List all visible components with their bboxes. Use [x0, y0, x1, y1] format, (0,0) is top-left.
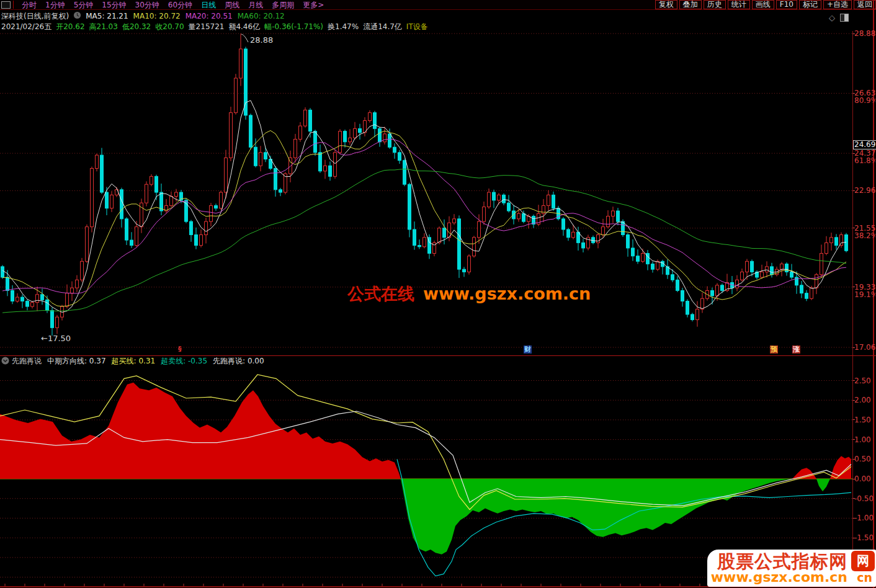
candle-body — [369, 113, 372, 121]
candle-body — [438, 228, 441, 243]
indicator-value: 超卖线: -0.35 — [161, 357, 207, 365]
info-field: 低20.32 — [122, 22, 151, 32]
candle-body — [373, 113, 377, 129]
candle-body — [145, 184, 148, 203]
toolbar-button-F10[interactable]: F10 — [776, 0, 797, 9]
main-chart-pane[interactable]: 28.88←17.50 — [0, 31, 853, 355]
candle-body — [696, 309, 699, 319]
candle-body — [651, 264, 655, 270]
split-window-icon[interactable] — [840, 14, 849, 22]
indicator-tick-label: 1.00 — [854, 436, 875, 443]
candle-body — [135, 227, 138, 246]
toolbar-button-+自选[interactable]: +自选 — [823, 0, 852, 9]
candle-body — [825, 243, 828, 253]
candle-body — [562, 219, 565, 229]
toolbar-button-历史[interactable]: 历史 — [704, 0, 726, 9]
candle-body — [21, 297, 24, 301]
toolbar-button-画线[interactable]: 画线 — [752, 0, 774, 9]
candle-body — [120, 190, 123, 219]
current-price-box: 24.69 — [853, 140, 876, 149]
candle-body — [344, 131, 347, 142]
candle-body — [483, 207, 486, 222]
candle-body — [175, 192, 178, 196]
indicator-name[interactable]: 先跑再说 — [12, 356, 42, 367]
candlestick-chart[interactable]: 28.88←17.50 — [0, 31, 853, 355]
event-marker[interactable]: 涨 — [792, 345, 800, 354]
event-marker[interactable]: § — [177, 345, 182, 353]
candle-body — [398, 153, 401, 161]
candle-body — [110, 195, 114, 208]
axis-tick — [852, 93, 855, 94]
info-field: 高21.03 — [89, 22, 118, 32]
candle-body — [170, 196, 173, 205]
candle-body — [671, 275, 674, 280]
peak-annotation: 28.88 — [250, 35, 273, 45]
toolbar-button-复权[interactable]: 复权 — [655, 0, 677, 9]
candle-body — [413, 229, 416, 246]
candle-body — [771, 267, 774, 275]
candle-body — [785, 264, 789, 272]
period-tab-30分钟[interactable]: 30分钟 — [135, 1, 159, 9]
indicator-tick-label: 2.50 — [854, 377, 875, 385]
window-icon[interactable] — [1, 1, 11, 9]
candle-body — [423, 238, 426, 247]
candle-body — [249, 115, 253, 147]
candle-body — [334, 153, 337, 177]
event-marker[interactable]: 预 — [770, 345, 778, 354]
candle-body — [711, 290, 714, 296]
candle-body — [393, 147, 396, 153]
candle-body — [845, 235, 848, 251]
candle-body — [835, 238, 838, 246]
peak-arrow — [241, 34, 248, 42]
indicator-tick-label: -0.50 — [854, 495, 875, 502]
period-tab-更多>[interactable]: 更多> — [303, 1, 324, 9]
info-field: 额4.46亿 — [228, 22, 260, 32]
toolbar-button-标记[interactable]: 标记 — [799, 0, 821, 9]
candle-body — [498, 195, 501, 200]
axis-tick — [852, 153, 855, 154]
toolbar-button-统计[interactable]: 统计 — [728, 0, 750, 9]
collapse-icon[interactable] — [1, 357, 9, 367]
candle-body — [800, 285, 803, 293]
ma5-line — [2, 100, 846, 313]
candle-body — [205, 221, 208, 234]
indicator-tick-label: -1.50 — [854, 534, 875, 541]
period-tab-5分钟[interactable]: 5分钟 — [74, 1, 94, 9]
candle-body — [71, 288, 74, 293]
candle-body — [150, 176, 153, 184]
candle-body — [507, 203, 511, 211]
candle-body — [602, 227, 605, 235]
candle-body — [458, 219, 461, 269]
period-tab-1分钟[interactable]: 1分钟 — [45, 1, 65, 9]
candle-body — [567, 229, 570, 238]
clock-icon[interactable] — [73, 11, 81, 21]
candle-body — [388, 134, 391, 147]
candle-body — [36, 295, 39, 303]
candle-body — [354, 128, 357, 138]
candle-body — [230, 113, 233, 158]
period-tab-周线[interactable]: 周线 — [225, 1, 239, 9]
candle-body — [26, 301, 29, 307]
event-marker[interactable]: 财 — [524, 345, 532, 354]
diamond-icon[interactable]: ◇ — [829, 13, 835, 22]
period-tab-60分钟[interactable]: 60分钟 — [168, 1, 192, 9]
candle-body — [478, 221, 481, 238]
site-logo-icon: 网 — [851, 551, 875, 571]
candle-body — [96, 155, 99, 168]
candle-body — [81, 261, 84, 280]
candle-body — [155, 176, 158, 192]
info-field: 换1.47% — [328, 22, 359, 32]
axis-tick — [852, 347, 855, 348]
price-tick-label: 21.5538.2% — [854, 225, 875, 239]
candle-body — [751, 261, 754, 272]
period-tab-日线[interactable]: 日线 — [201, 1, 216, 9]
indicator-tick-label: 0.00 — [854, 475, 875, 483]
period-tab-月线[interactable]: 月线 — [248, 1, 263, 9]
trading-app-window: { "toolbar": { "left_items": ["分时","1分钟"… — [0, 0, 876, 588]
axis-tick — [852, 228, 855, 228]
toolbar-button-叠加[interactable]: 叠加 — [679, 0, 702, 9]
period-tab-15分钟[interactable]: 15分钟 — [102, 1, 126, 9]
period-tab-分时[interactable]: 分时 — [22, 1, 37, 9]
candle-body — [493, 192, 496, 200]
period-tab-多周期[interactable]: 多周期 — [272, 1, 294, 9]
